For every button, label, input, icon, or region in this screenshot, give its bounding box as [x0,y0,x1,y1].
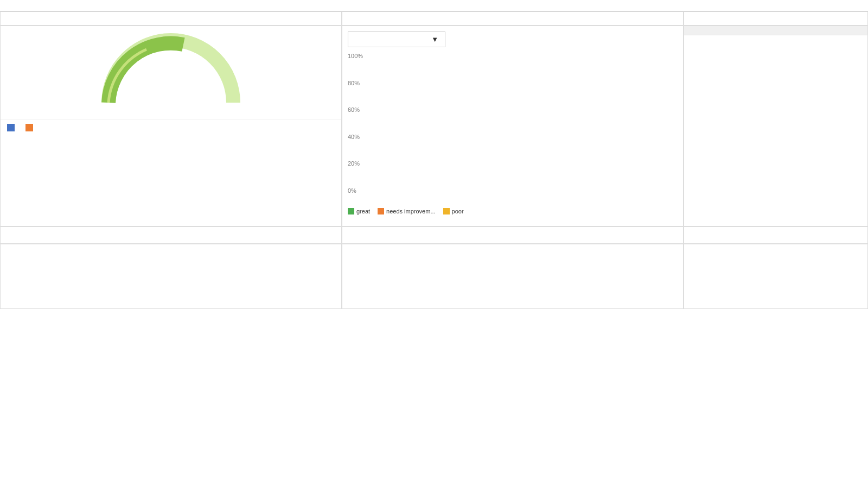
chevron-down-icon: ▼ [431,35,438,43]
device-type-select[interactable]: ▼ [348,31,445,47]
issues-table [684,26,867,35]
col-num [684,26,700,35]
index-data-panel [684,244,868,309]
issues-desc-box [684,11,868,26]
left-panel [0,26,342,226]
health-desc-box [0,11,342,26]
col-pages-header[interactable] [784,26,867,35]
legend-indexed [7,124,17,131]
bar-charts-section [1,119,341,226]
header [0,0,868,11]
http-status-panel [342,244,684,309]
domain-data-panel [0,244,342,309]
col-issue-header [700,26,784,35]
bar-legend [7,124,335,131]
core-web-desc-box [342,11,684,26]
chart-legend: great needs improvem... poor [348,208,678,214]
domain-desc-box [0,226,342,244]
http-desc-box [342,226,684,244]
y-axis: 100%80%60%40%20%0% [348,53,369,194]
issues-panel [684,26,868,226]
device-panel: ▼ 100%80%60%40%20%0% great needs improve… [342,26,684,226]
gauge-chart [95,29,247,113]
index-desc-box [684,226,868,244]
legend-not-indexed [25,124,35,131]
vchart-container: 100%80%60%40%20%0% [348,53,678,205]
